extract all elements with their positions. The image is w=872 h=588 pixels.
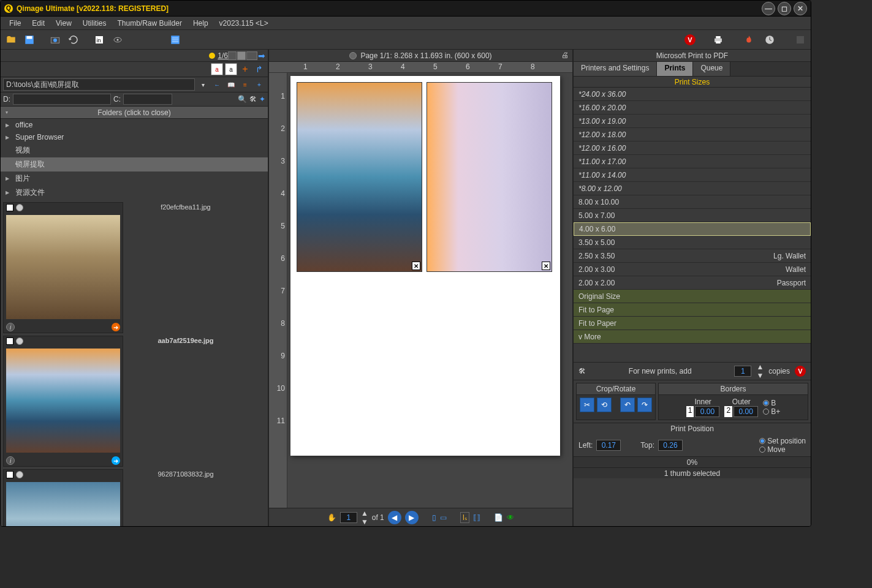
tab-queue[interactable]: Queue — [693, 62, 730, 76]
in-icon[interactable]: in — [91, 32, 107, 48]
bplus-radio[interactable] — [763, 409, 769, 415]
eye-preview-icon[interactable]: 👁 — [507, 513, 514, 522]
thumb-checkbox[interactable] — [6, 204, 13, 211]
menu-view[interactable]: View — [51, 18, 77, 29]
v-badge-2[interactable]: V — [795, 366, 806, 377]
print-size-item[interactable]: 2.00 x 2.00Passport — [574, 276, 811, 290]
menu-edit[interactable]: Edit — [27, 18, 50, 29]
print-size-item[interactable]: *12.00 x 16.00 — [574, 141, 811, 155]
menu-utilities[interactable]: Utilities — [78, 18, 112, 29]
plus-small-icon[interactable]: + — [253, 78, 265, 91]
view-large-button[interactable] — [246, 51, 257, 60]
save-icon[interactable] — [21, 32, 37, 48]
mini-printer-icon[interactable]: 🖨 — [561, 51, 569, 59]
print-size-item[interactable]: Fit to Paper — [574, 317, 811, 330]
menu-version[interactable]: v2023.115 <L> — [214, 18, 273, 29]
tab-prints[interactable]: Prints — [657, 62, 693, 76]
a-red-button[interactable]: a — [211, 63, 223, 75]
copies-down[interactable]: ▼ — [756, 371, 764, 380]
redo-button[interactable]: ↷ — [637, 398, 652, 412]
text-tool-icon[interactable]: Iₛ — [460, 512, 469, 523]
folder-open-icon[interactable] — [3, 32, 19, 48]
left-position-input[interactable] — [596, 440, 621, 451]
d-input[interactable] — [13, 94, 111, 105]
print-size-item[interactable]: *16.00 x 20.00 — [574, 101, 811, 115]
page-number-input[interactable] — [340, 512, 357, 523]
add-arrow-icon[interactable]: ➜ — [112, 323, 120, 331]
remove-image-button[interactable]: ✕ — [542, 262, 550, 270]
plus-button[interactable]: + — [239, 63, 251, 75]
print-size-item[interactable]: 4.00 x 6.00 — [574, 222, 811, 236]
star-icon[interactable]: ✦ — [259, 95, 265, 104]
hand-icon[interactable]: ✋ — [327, 513, 336, 522]
print-preview[interactable]: 1234567891011 ✕ ✕ — [269, 73, 572, 508]
folder-item[interactable]: ▶图片 — [1, 172, 268, 186]
print-size-item[interactable]: Original Size — [574, 290, 811, 303]
preview-image-1[interactable]: ✕ — [297, 82, 422, 272]
print-size-item[interactable]: *11.00 x 14.00 — [574, 168, 811, 182]
print-size-item[interactable]: *12.00 x 18.00 — [574, 128, 811, 141]
menu-thumb-raw[interactable]: Thumb/Raw Builder — [113, 18, 187, 29]
doc-icon[interactable]: 📄 — [494, 513, 503, 522]
view-med-button[interactable] — [237, 51, 246, 60]
outer-border-input[interactable] — [734, 406, 758, 417]
maximize-button[interactable]: ◻ — [778, 2, 791, 15]
camera-icon[interactable] — [47, 32, 63, 48]
thumbnail-card[interactable]: i➜ — [3, 202, 123, 333]
list-icon[interactable] — [167, 32, 183, 48]
portrait-icon[interactable]: ▯ — [432, 513, 436, 522]
print-size-item[interactable]: *24.00 x 36.00 — [574, 88, 811, 101]
printer-icon[interactable] — [710, 32, 726, 48]
folders-header[interactable]: ▾ Folders (click to close) — [1, 107, 268, 119]
rotate-button[interactable]: ⟲ — [597, 398, 612, 412]
close-button[interactable]: ✕ — [794, 2, 807, 15]
add-arrow-icon[interactable]: ➜ — [112, 456, 120, 465]
top-position-input[interactable] — [658, 440, 683, 451]
preview-image-2[interactable]: ✕ — [427, 82, 552, 272]
forward-arrow-icon[interactable]: ➡ — [258, 51, 265, 61]
tools-small-icon[interactable]: 🛠 — [578, 367, 586, 375]
print-size-item[interactable]: 8.00 x 10.00 — [574, 195, 811, 209]
book-icon[interactable]: 📖 — [225, 78, 237, 91]
dropdown-icon[interactable]: ▾ — [197, 78, 209, 91]
v-badge-icon[interactable]: V — [684, 34, 696, 45]
minimize-button[interactable]: — — [762, 2, 775, 15]
plus-arrow-button[interactable]: ↱ — [253, 63, 265, 75]
flame-icon[interactable] — [741, 32, 757, 48]
copies-input[interactable] — [734, 366, 751, 377]
print-size-item[interactable]: *8.00 x 12.00 — [574, 182, 811, 195]
bracket-icon[interactable]: ⟦⟧ — [473, 513, 480, 522]
refresh-icon[interactable] — [66, 32, 82, 48]
set-position-radio[interactable] — [759, 438, 765, 444]
thumb-checkbox[interactable] — [6, 471, 13, 478]
info-icon[interactable]: i — [6, 456, 15, 465]
folder-item[interactable]: ▶资源文件 — [1, 186, 268, 200]
prev-page-button[interactable]: ◀ — [388, 511, 401, 524]
remove-image-button[interactable]: ✕ — [412, 262, 420, 270]
next-page-button[interactable]: ▶ — [405, 511, 419, 524]
undo-button[interactable]: ↶ — [620, 398, 635, 412]
folder-item[interactable]: ▶office — [1, 119, 268, 131]
clock-icon[interactable] — [762, 32, 778, 48]
eye-icon[interactable] — [110, 32, 126, 48]
page-down[interactable]: ▼ — [361, 518, 368, 526]
print-size-item[interactable]: 2.50 x 3.50Lg. Wallet — [574, 249, 811, 263]
folder-item[interactable]: 视频 — [1, 143, 268, 157]
folder-item[interactable]: ▶Super Browser — [1, 131, 268, 143]
back-arrow-icon[interactable]: ← — [211, 78, 223, 91]
tools-icon[interactable]: 🛠 — [249, 95, 257, 104]
binoculars-icon[interactable]: 🔍 — [238, 95, 247, 104]
thumbnail-card[interactable]: i➜ — [3, 469, 123, 526]
tab-printers-and-settings[interactable]: Printers and Settings — [574, 62, 657, 76]
thumbnail-card[interactable]: i➜ — [3, 336, 123, 467]
lines-icon[interactable]: ≡ — [239, 78, 251, 91]
inner-border-input[interactable] — [695, 406, 719, 417]
c-input[interactable] — [123, 94, 172, 105]
print-size-item[interactable]: 2.00 x 3.00Wallet — [574, 263, 811, 276]
view-small-button[interactable] — [228, 51, 237, 60]
folder-item[interactable]: 锁屏提取 — [1, 157, 268, 172]
menu-help[interactable]: Help — [188, 18, 213, 29]
page-up[interactable]: ▲ — [361, 509, 368, 518]
print-size-item[interactable]: *11.00 x 17.00 — [574, 155, 811, 168]
a-black-button[interactable]: a — [225, 63, 237, 75]
